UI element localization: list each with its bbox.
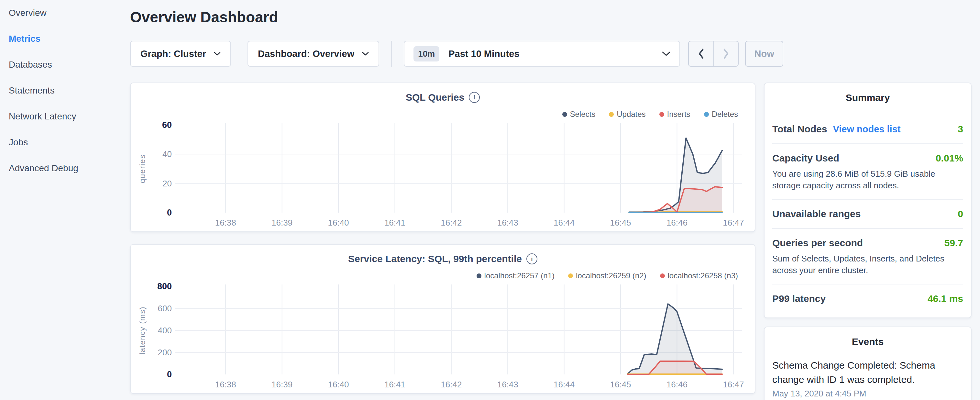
controls-bar: Graph: Cluster Dashboard: Overview 10m P… [130,41,972,67]
legend-label: localhost:26257 (n1) [484,271,555,280]
summary-row-queries-per-second: Queries per second 59.7 Sum of Selects, … [772,228,963,284]
time-range-selector[interactable]: 10m Past 10 Minutes [404,41,680,67]
summary-row-value: 0 [958,209,963,220]
chart-title-row: Service Latency: SQL, 99th percentile i [131,245,755,265]
svg-text:0: 0 [167,370,172,379]
legend-label: Updates [617,110,646,119]
dashboard-dropdown-label: Dashboard: Overview [258,49,354,59]
prev-time-button[interactable] [689,41,713,66]
event-list-item[interactable]: Schema Change Completed: Schema change w… [772,358,963,399]
svg-text:16:39: 16:39 [272,379,293,389]
chevron-left-icon [698,48,704,59]
controls-divider [391,41,392,67]
legend-label: Inserts [667,110,690,119]
chart-title: SQL Queries [406,92,464,103]
svg-text:16:44: 16:44 [554,379,574,389]
svg-text:600: 600 [158,304,172,313]
svg-text:16:41: 16:41 [384,218,406,228]
dashboard-dropdown[interactable]: Dashboard: Overview [248,41,379,67]
legend-item-n3[interactable]: localhost:26258 (n3) [660,271,738,280]
graph-dropdown[interactable]: Graph: Cluster [130,41,231,67]
legend-dot-icon [477,274,481,278]
sidebar-item-jobs[interactable]: Jobs [0,129,126,155]
svg-text:0: 0 [167,208,172,217]
svg-text:16:40: 16:40 [328,218,349,228]
chart-title-row: SQL Queries i [131,83,755,103]
svg-text:16:38: 16:38 [215,218,236,228]
summary-row-label: P99 latency [772,292,826,305]
sidebar-item-statements[interactable]: Statements [0,78,126,104]
view-nodes-list-link[interactable]: View nodes list [833,124,900,135]
main-content: Overview Dashboard Graph: Cluster Dashbo… [126,0,980,400]
legend-label: Selects [570,110,596,119]
summary-row-label: Total Nodes [772,123,827,135]
svg-text:16:45: 16:45 [610,379,631,389]
chevron-down-icon [362,51,369,56]
legend-item-inserts[interactable]: Inserts [659,110,690,119]
svg-text:latency (ms): latency (ms) [138,306,146,355]
summary-row-label: Capacity Used [772,152,839,165]
summary-row-label: Unavailable ranges [772,207,861,220]
sidebar-item-overview[interactable]: Overview [0,0,126,26]
app-root: Overview Metrics Databases Statements Ne… [0,0,980,400]
service-latency-card: Service Latency: SQL, 99th percentile i … [130,244,756,394]
svg-text:16:45: 16:45 [610,218,631,228]
legend-item-n1[interactable]: localhost:26257 (n1) [477,271,555,280]
legend-label: localhost:26259 (n2) [576,271,646,280]
chevron-right-icon [723,48,729,59]
svg-text:16:43: 16:43 [497,218,518,228]
page-title: Overview Dashboard [130,7,972,27]
summary-row-value: 0.01% [935,153,963,164]
summary-row-total-nodes: Total Nodes View nodes list 3 [772,115,963,143]
summary-row-description: Sum of Selects, Updates, Inserts, and De… [772,253,963,276]
svg-text:queries: queries [138,155,146,183]
svg-text:16:40: 16:40 [328,379,349,389]
time-step-buttons [688,41,739,67]
legend-label: Deletes [712,110,738,119]
summary-row-unavailable-ranges: Unavailable ranges 0 [772,199,963,228]
svg-text:16:39: 16:39 [272,218,293,228]
sidebar-item-metrics[interactable]: Metrics [0,26,126,52]
time-range-badge: 10m [414,46,439,62]
right-column: Summary Total Nodes View nodes list 3 C [764,83,972,400]
sidebar-item-databases[interactable]: Databases [0,52,126,78]
legend-label: localhost:26258 (n3) [668,271,738,280]
sidebar-item-advanced-debug[interactable]: Advanced Debug [0,155,126,181]
now-button[interactable]: Now [745,41,783,67]
svg-text:400: 400 [158,325,172,335]
chart-legend: localhost:26257 (n1) localhost:26259 (n2… [131,272,755,280]
legend-item-updates[interactable]: Updates [609,110,646,119]
legend-item-deletes[interactable]: Deletes [704,110,738,119]
sql-queries-card: SQL Queries i Selects Updates [130,83,756,232]
svg-text:16:43: 16:43 [497,379,518,389]
info-icon[interactable]: i [469,92,480,103]
chevron-down-icon [662,51,670,56]
dashboard-content: SQL Queries i Selects Updates [130,83,972,400]
summary-row-description: You are using 28.6 MiB of 515.9 GiB usab… [772,168,963,191]
svg-text:16:46: 16:46 [667,218,687,228]
svg-text:200: 200 [158,347,172,357]
summary-title: Summary [772,92,963,103]
summary-rows: Total Nodes View nodes list 3 Capacity U… [772,115,963,313]
summary-row-capacity-used: Capacity Used 0.01% You are using 28.6 M… [772,143,963,199]
svg-text:16:46: 16:46 [667,379,687,389]
legend-dot-icon [568,274,573,278]
svg-text:40: 40 [162,149,172,159]
summary-row-p99-latency: P99 latency 46.1 ms [772,284,963,313]
svg-text:16:44: 16:44 [554,218,574,228]
sidebar-item-network-latency[interactable]: Network Latency [0,104,126,129]
legend-item-selects[interactable]: Selects [562,110,596,119]
legend-dot-icon [660,274,665,278]
chart-title: Service Latency: SQL, 99th percentile [348,253,522,265]
info-icon[interactable]: i [527,253,538,265]
legend-item-n2[interactable]: localhost:26259 (n2) [568,271,646,280]
events-title: Events [772,336,963,347]
legend-dot-icon [609,112,614,117]
next-time-button[interactable] [713,41,738,66]
svg-text:16:42: 16:42 [441,218,462,228]
charts-column: SQL Queries i Selects Updates [130,83,756,394]
sidebar: Overview Metrics Databases Statements Ne… [0,0,126,400]
chevron-down-icon [214,51,221,56]
events-panel: Events Schema Change Completed: Schema c… [764,327,972,400]
svg-text:60: 60 [162,120,172,130]
